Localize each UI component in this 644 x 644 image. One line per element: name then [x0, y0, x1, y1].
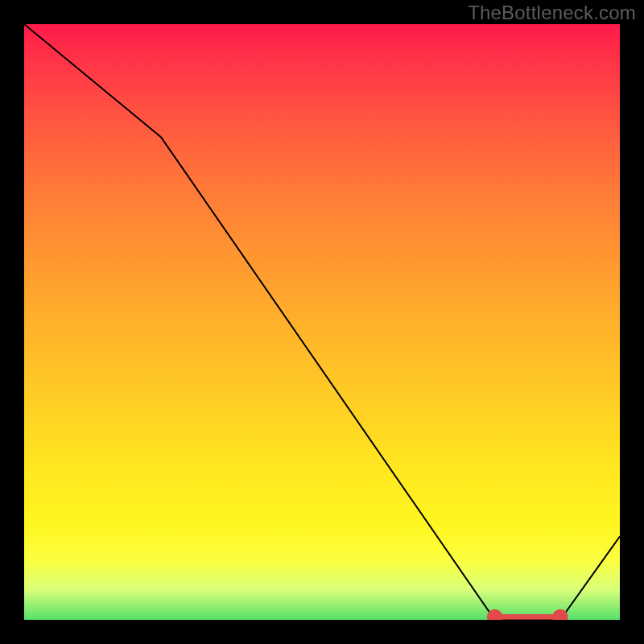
plot-area [24, 24, 620, 620]
optimal-range-start-icon [487, 609, 502, 620]
chart-frame: TheBottleneck.com [0, 0, 644, 644]
optimal-range-band [495, 614, 560, 620]
optimal-range-end-icon [552, 609, 568, 620]
watermark-text: TheBottleneck.com [468, 2, 636, 24]
markers-layer [24, 24, 620, 620]
